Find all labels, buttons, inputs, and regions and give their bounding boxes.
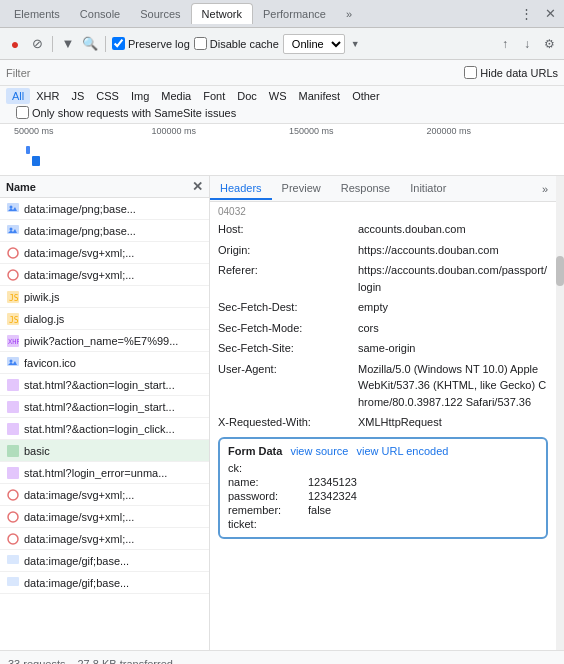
header-key: X-Requested-With: bbox=[218, 414, 358, 431]
disable-cache-checkbox[interactable]: Disable cache bbox=[194, 37, 279, 50]
gif-icon bbox=[6, 576, 20, 590]
list-item[interactable]: stat.html?&action=login_start... bbox=[0, 396, 209, 418]
main-area: Name ✕ data:image/png;base... data:image… bbox=[0, 176, 564, 650]
list-item[interactable]: data:image/svg+xml;... bbox=[0, 264, 209, 286]
filter-button[interactable]: ▼ bbox=[59, 35, 77, 53]
js-icon: JS bbox=[6, 290, 20, 304]
type-font[interactable]: Font bbox=[197, 88, 231, 104]
clear-button[interactable]: ⊘ bbox=[28, 35, 46, 53]
type-all[interactable]: All bbox=[6, 88, 30, 104]
detail-tab-more[interactable]: » bbox=[534, 179, 556, 199]
view-url-encoded-link[interactable]: view URL encoded bbox=[356, 445, 448, 457]
list-item[interactable]: data:image/png;base... bbox=[0, 198, 209, 220]
timeline-mark-2: 100000 ms bbox=[152, 126, 290, 136]
form-field-key: ck: bbox=[228, 462, 308, 474]
tab-console[interactable]: Console bbox=[70, 4, 130, 24]
type-filter-bar: All XHR JS CSS Img Media Font Doc WS Man… bbox=[0, 86, 564, 124]
form-field-val: 12342324 bbox=[308, 490, 357, 502]
list-item[interactable]: favicon.ico bbox=[0, 352, 209, 374]
list-item[interactable]: JS piwik.js bbox=[0, 286, 209, 308]
hide-data-urls-checkbox[interactable]: Hide data URLs bbox=[464, 66, 558, 79]
devtools-close-icon[interactable]: ✕ bbox=[541, 4, 560, 23]
type-xhr[interactable]: XHR bbox=[30, 88, 65, 104]
list-item[interactable]: data:image/svg+xml;... bbox=[0, 484, 209, 506]
throttle-select[interactable]: Online bbox=[283, 34, 345, 54]
tab-sources[interactable]: Sources bbox=[130, 4, 190, 24]
form-data-row-name: name: 12345123 bbox=[228, 475, 538, 489]
filter-bar: Hide data URLs bbox=[0, 60, 564, 86]
timeline-ruler: 50000 ms 100000 ms 150000 ms 200000 ms bbox=[0, 124, 564, 136]
header-row-sec-fetch-site: Sec-Fetch-Site: same-origin bbox=[218, 338, 548, 359]
type-img[interactable]: Img bbox=[125, 88, 155, 104]
header-row-sec-fetch-dest: Sec-Fetch-Dest: empty bbox=[218, 297, 548, 318]
header-val: cors bbox=[358, 320, 379, 337]
list-item[interactable]: data:image/svg+xml;... bbox=[0, 528, 209, 550]
samesite-checkbox[interactable]: Only show requests with SameSite issues bbox=[10, 104, 242, 121]
list-item[interactable]: stat.html?&action=login_click... bbox=[0, 418, 209, 440]
xhr-icon bbox=[6, 400, 20, 414]
tab-headers[interactable]: Headers bbox=[210, 178, 272, 200]
form-data-row-ticket: ticket: bbox=[228, 517, 538, 531]
tab-performance[interactable]: Performance bbox=[253, 4, 336, 24]
header-row-host: Host: accounts.douban.com bbox=[218, 219, 548, 240]
list-item[interactable]: data:image/svg+xml;... bbox=[0, 242, 209, 264]
type-other[interactable]: Other bbox=[346, 88, 386, 104]
form-field-key: password: bbox=[228, 490, 308, 502]
list-item[interactable]: stat.html?login_error=unma... bbox=[0, 462, 209, 484]
file-list-panel: Name ✕ data:image/png;base... data:image… bbox=[0, 176, 210, 650]
type-media[interactable]: Media bbox=[155, 88, 197, 104]
list-item-basic[interactable]: basic bbox=[0, 440, 209, 462]
header-val: empty bbox=[358, 299, 388, 316]
tab-response[interactable]: Response bbox=[331, 178, 401, 200]
list-item[interactable]: data:image/gif;base... bbox=[0, 550, 209, 572]
tab-initiator[interactable]: Initiator bbox=[400, 178, 456, 200]
type-ws[interactable]: WS bbox=[263, 88, 293, 104]
filter-input[interactable] bbox=[6, 67, 450, 79]
header-val: accounts.douban.com bbox=[358, 221, 466, 238]
list-item[interactable]: data:image/gif;base... bbox=[0, 572, 209, 594]
header-row-referer: Referer: https://accounts.douban.com/pas… bbox=[218, 260, 548, 297]
file-list-items: data:image/png;base... data:image/png;ba… bbox=[0, 198, 209, 650]
list-item[interactable]: XHR piwik?action_name=%E7%99... bbox=[0, 330, 209, 352]
svg-text:JS: JS bbox=[9, 294, 19, 303]
record-button[interactable]: ● bbox=[6, 35, 24, 53]
form-data-header: Form Data view source view URL encoded bbox=[228, 445, 538, 457]
header-val: same-origin bbox=[358, 340, 415, 357]
export-button[interactable]: ↓ bbox=[518, 35, 536, 53]
svg-rect-23 bbox=[7, 577, 19, 586]
list-item[interactable]: JS dialog.js bbox=[0, 308, 209, 330]
form-data-row-password: password: 12342324 bbox=[228, 489, 538, 503]
preserve-log-checkbox[interactable]: Preserve log bbox=[112, 37, 190, 50]
type-manifest[interactable]: Manifest bbox=[293, 88, 347, 104]
search-button[interactable]: 🔍 bbox=[81, 35, 99, 53]
tab-elements[interactable]: Elements bbox=[4, 4, 70, 24]
svg-icon bbox=[6, 268, 20, 282]
scrollbar-thumb[interactable] bbox=[556, 256, 564, 286]
image-icon bbox=[6, 202, 20, 216]
detail-content: 04032 Host: accounts.douban.com Origin: … bbox=[210, 202, 556, 650]
timeline: 50000 ms 100000 ms 150000 ms 200000 ms bbox=[0, 124, 564, 176]
type-js[interactable]: JS bbox=[65, 88, 90, 104]
devtools-more-icon[interactable]: ⋮ bbox=[516, 4, 537, 23]
request-count: 33 requests bbox=[8, 658, 65, 665]
timeline-mark-1: 50000 ms bbox=[14, 126, 152, 136]
tab-network[interactable]: Network bbox=[191, 3, 253, 24]
list-item[interactable]: data:image/svg+xml;... bbox=[0, 506, 209, 528]
type-doc[interactable]: Doc bbox=[231, 88, 263, 104]
tab-more[interactable]: » bbox=[336, 4, 362, 24]
header-key: Sec-Fetch-Mode: bbox=[218, 320, 358, 337]
type-css[interactable]: CSS bbox=[90, 88, 125, 104]
settings-button[interactable]: ⚙ bbox=[540, 35, 558, 53]
tab-preview[interactable]: Preview bbox=[272, 178, 331, 200]
list-item[interactable]: stat.html?&action=login_start... bbox=[0, 374, 209, 396]
detail-scrollbar[interactable] bbox=[556, 176, 564, 650]
import-button[interactable]: ↑ bbox=[496, 35, 514, 53]
file-list-close-btn[interactable]: ✕ bbox=[192, 179, 203, 194]
header-val: https://accounts.douban.com bbox=[358, 242, 499, 259]
list-item[interactable]: data:image/png;base... bbox=[0, 220, 209, 242]
header-val: https://accounts.douban.com/passport/log… bbox=[358, 262, 548, 295]
view-source-link[interactable]: view source bbox=[290, 445, 348, 457]
timeline-bar-1 bbox=[26, 146, 30, 154]
detail-tab-bar: Headers Preview Response Initiator » bbox=[210, 176, 556, 202]
header-key: Host: bbox=[218, 221, 358, 238]
